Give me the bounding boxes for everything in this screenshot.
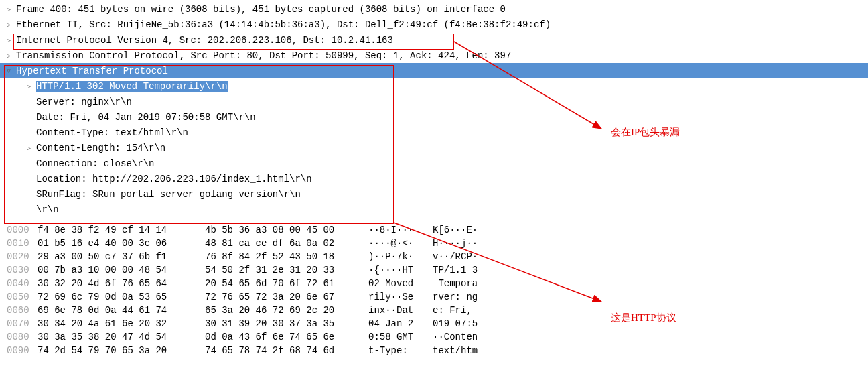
tree-text: Location: http://202.206.223.106/index_1… [36,174,312,184]
hex-ascii: H····j·· [433,238,493,249]
tree-text: Date: Fri, 04 Jan 2019 07:50:58 GMT\r\n [36,112,256,123]
hex-bytes: 74 2d 54 79 70 65 3a 20 [38,345,205,356]
hex-ascii: rily··Se [368,292,433,302]
hex-ascii: TP/1.1 3 [433,265,493,275]
expand-icon[interactable]: ▷ [24,143,33,153]
tree-ethernet[interactable]: ▷ Ethernet II, Src: RuijieNe_5b:36:a3 (1… [0,17,868,32]
hex-ascii: text/htm [433,345,493,356]
tree-http-server[interactable]: Server: nginx\r\n [0,94,868,109]
tree-http-location[interactable]: Location: http://202.206.223.106/index_1… [0,171,868,186]
hex-bytes: 01 b5 16 e4 40 00 3c 06 [38,238,205,249]
hex-row[interactable]: 002029 a3 00 50 c7 37 6b f176 8f 84 2f 5… [0,250,868,263]
hex-offset: 0090 [0,345,38,356]
tree-tcp[interactable]: ▷ Transmission Control Protocol, Src Por… [0,48,868,63]
hex-ascii: ··8·I··· [368,225,433,235]
hex-offset: 0060 [0,305,38,316]
hex-bytes: 72 69 6c 79 0d 0a 53 65 [38,292,205,302]
tree-text: Internet Protocol Version 4, Src: 202.20… [16,35,393,46]
hex-bytes: 29 a3 00 50 c7 37 6b f1 [38,251,205,262]
hex-ascii: K[6···E· [433,225,493,235]
hex-bytes: 54 50 2f 31 2e 31 20 33 [205,265,368,275]
hex-ascii: 02 Moved [368,278,433,289]
hex-offset: 0040 [0,278,38,289]
tree-text: Content-Length: 154\r\n [36,143,165,153]
tree-text: SRunFlag: SRun portal server golang vers… [36,189,301,200]
hex-bytes: 72 76 65 72 3a 20 6e 67 [205,292,368,302]
expand-icon[interactable]: ▷ [4,20,13,29]
hex-ascii: 019 07:5 [433,318,493,329]
expand-icon[interactable]: ▷ [4,5,13,14]
tree-http[interactable]: ▽ Hypertext Transfer Protocol [0,63,868,78]
tree-ipv4[interactable]: ▷ Internet Protocol Version 4, Src: 202.… [0,32,868,48]
tree-http-connection[interactable]: Connection: close\r\n [0,155,868,171]
hex-offset: 0030 [0,265,38,275]
tree-text: Server: nginx\r\n [36,97,132,107]
tree-http-crlf[interactable]: \r\n [0,202,868,217]
hex-ascii: v··/RCP· [433,251,493,262]
hex-ascii: rver: ng [433,292,493,302]
hex-offset: 0000 [0,225,38,235]
tree-text: Transmission Control Protocol, Src Port:… [16,50,511,61]
hex-offset: 0020 [0,251,38,262]
tree-text: Ethernet II, Src: RuijieNe_5b:36:a3 (14:… [16,19,551,30]
hex-row[interactable]: 001001 b5 16 e4 40 00 3c 0648 81 ca ce d… [0,237,868,250]
tree-http-content-length[interactable]: ▷ Content-Length: 154\r\n [0,140,868,155]
hex-bytes: 30 34 20 4a 61 6e 20 32 [38,318,205,329]
hex-row[interactable]: 006069 6e 78 0d 0a 44 61 7465 3a 20 46 7… [0,304,868,317]
hex-row[interactable]: 008030 3a 35 38 20 47 4d 540d 0a 43 6f 6… [0,330,868,344]
tree-text: \r\n [36,204,59,215]
hex-bytes: 69 6e 78 0d 0a 44 61 74 [38,305,205,316]
tree-text: Frame 400: 451 bytes on wire (3608 bits)… [16,4,506,15]
hex-row[interactable]: 009074 2d 54 79 70 65 3a 2074 65 78 74 2… [0,344,868,357]
tree-http-status[interactable]: ▷ HTTP/1.1 302 Moved Temporarily\r\n [0,78,868,94]
annotation-ip-leak: 会在IP包头暴漏 [611,126,680,139]
hex-bytes: 30 31 39 20 30 37 3a 35 [205,318,368,329]
hex-bytes: 48 81 ca ce df 6a 0a 02 [205,238,368,249]
annotation-http-proto: 这是HTTP协议 [611,312,676,324]
hex-bytes: 0d 0a 43 6f 6e 74 65 6e [205,332,368,342]
hex-ascii: ·{····HT [368,265,433,275]
hex-bytes: f4 8e 38 f2 49 cf 14 14 [38,225,205,235]
hex-offset: 0070 [0,318,38,329]
hex-ascii: inx··Dat [368,305,433,316]
hex-ascii: e: Fri, [433,305,493,316]
hex-ascii: ··Conten [433,332,493,342]
hex-bytes: 76 8f 84 2f 52 43 50 18 [205,251,368,262]
hex-row[interactable]: 007030 34 20 4a 61 6e 20 3230 31 39 20 3… [0,317,868,330]
expand-icon[interactable]: ▷ [4,36,13,45]
hex-row[interactable]: 004030 32 20 4d 6f 76 65 6420 54 65 6d 7… [0,277,868,290]
hex-offset: 0050 [0,292,38,302]
tree-text: HTTP/1.1 302 Moved Temporarily\r\n [36,81,228,92]
tree-frame[interactable]: ▷ Frame 400: 451 bytes on wire (3608 bit… [0,1,868,17]
expand-icon[interactable]: ▷ [24,82,33,91]
tree-http-srunflag[interactable]: SRunFlag: SRun portal server golang vers… [0,186,868,202]
tree-text: Connection: close\r\n [36,158,154,169]
tree-text: Content-Type: text/html\r\n [36,127,188,138]
tree-http-date[interactable]: Date: Fri, 04 Jan 2019 07:50:58 GMT\r\n [0,109,868,125]
hex-ascii: 04 Jan 2 [368,318,433,329]
hex-bytes: 74 65 78 74 2f 68 74 6d [205,345,368,356]
hex-row[interactable]: 003000 7b a3 10 00 00 48 5454 50 2f 31 2… [0,263,868,277]
expand-icon[interactable]: ▷ [4,51,13,60]
hex-ascii: Tempora [433,278,493,289]
hex-bytes: 20 54 65 6d 70 6f 72 61 [205,278,368,289]
hex-bytes: 4b 5b 36 a3 08 00 45 00 [205,225,368,235]
collapse-icon[interactable]: ▽ [4,66,13,76]
hex-offset: 0010 [0,238,38,249]
hex-bytes: 65 3a 20 46 72 69 2c 20 [205,305,368,316]
packet-details-pane[interactable]: ▷ Frame 400: 451 bytes on wire (3608 bit… [0,0,868,220]
hex-ascii: ····@·<· [368,238,433,249]
hex-bytes: 30 32 20 4d 6f 76 65 64 [38,278,205,289]
hex-bytes: 00 7b a3 10 00 00 48 54 [38,265,205,275]
hex-row[interactable]: 005072 69 6c 79 0d 0a 53 6572 76 65 72 3… [0,290,868,304]
hex-ascii: )··P·7k· [368,251,433,262]
hex-row[interactable]: 0000f4 8e 38 f2 49 cf 14 144b 5b 36 a3 0… [0,223,868,237]
hex-ascii: t-Type: [368,345,433,356]
hex-bytes: 30 3a 35 38 20 47 4d 54 [38,332,205,342]
tree-http-content-type[interactable]: Content-Type: text/html\r\n [0,125,868,140]
hex-offset: 0080 [0,332,38,342]
tree-text: Hypertext Transfer Protocol [16,66,168,76]
hex-dump-pane[interactable]: 0000f4 8e 38 f2 49 cf 14 144b 5b 36 a3 0… [0,220,868,357]
hex-ascii: 0:58 GMT [368,332,433,342]
